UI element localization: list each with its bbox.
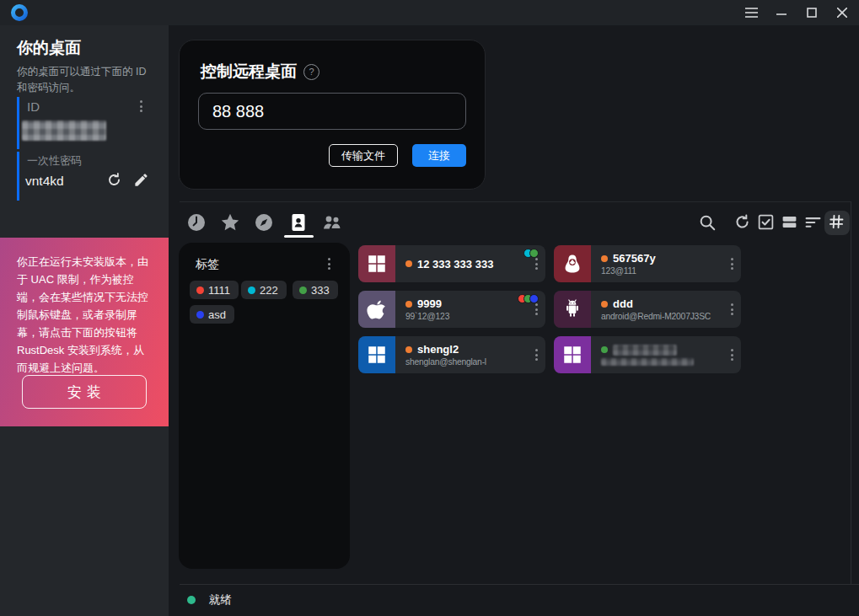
peer-card[interactable]: 12 333 333 333 [358, 245, 545, 282]
maximize-button[interactable] [800, 2, 824, 24]
connection-status-dot [187, 596, 196, 604]
peer-tag-dots [521, 294, 539, 303]
tag-color-dot [196, 287, 204, 294]
refresh-password-icon[interactable] [106, 172, 122, 188]
status-dot [405, 301, 412, 308]
linux-os-icon [554, 245, 591, 282]
id-section: ID [0, 97, 169, 149]
sidebar: 你的桌面 你的桌面可以通过下面的 ID 和密码访问。 ID 一次性密码 vnt4… [0, 25, 169, 616]
tag-chip[interactable]: 333 [293, 281, 338, 299]
tag-color-dot [299, 287, 307, 294]
tab-group[interactable] [322, 212, 342, 233]
scrollbar-track[interactable] [851, 201, 851, 584]
password-section: 一次性密码 vnt4kd [0, 152, 169, 202]
one-time-password-value: vnt4kd [25, 174, 64, 189]
tag-label: 333 [311, 284, 330, 297]
refresh-peers-icon[interactable] [733, 213, 752, 232]
peer-subtitle: 99`12@123 [405, 312, 523, 321]
peer-name: 567567y [613, 252, 656, 265]
active-tab-underline [284, 235, 314, 238]
masked-peer-name [613, 345, 677, 356]
title-bar [0, 0, 859, 25]
your-desktop-title: 你的桌面 [17, 37, 81, 59]
peer-card[interactable] [554, 336, 741, 373]
tag-chip[interactable]: 222 [241, 281, 287, 299]
control-remote-title: 控制远程桌面 [201, 61, 297, 83]
password-accent-bar [17, 152, 19, 201]
status-dot [601, 301, 608, 308]
peer-name: shengl2 [417, 343, 459, 356]
tab-discovered[interactable] [254, 212, 274, 233]
one-time-password-label: 一次性密码 [27, 153, 82, 169]
peer-card[interactable]: 9999 99`12@123 [358, 291, 545, 328]
tags-menu-icon[interactable] [328, 258, 330, 270]
id-label: ID [27, 99, 40, 114]
peer-menu-icon[interactable] [535, 258, 538, 270]
status-divider [180, 584, 859, 585]
connect-button[interactable]: 连接 [412, 144, 466, 167]
close-button[interactable] [830, 2, 854, 24]
install-warning-banner: 你正在运行未安装版本，由于 UAC 限制，作为被控端，会在某些情况下无法控制鼠标… [0, 238, 169, 426]
status-dot [405, 346, 412, 353]
status-bar: 就绪 [187, 592, 232, 608]
android-os-icon [554, 291, 591, 328]
transfer-file-button[interactable]: 传输文件 [329, 144, 398, 167]
peer-subtitle: shenglan@shenglan-l [405, 357, 523, 367]
grid-view-icon[interactable] [828, 213, 846, 232]
tab-recent-sessions[interactable] [186, 212, 207, 233]
tag-chip[interactable]: 1111 [190, 281, 239, 299]
remote-id-input[interactable] [198, 93, 466, 130]
tab-address-book[interactable] [288, 212, 309, 233]
id-accent-bar [17, 97, 19, 149]
tags-title: 标签 [196, 257, 219, 272]
tab-divider [180, 201, 851, 202]
id-menu-icon[interactable] [140, 100, 142, 112]
rustdesk-logo-icon [10, 3, 29, 22]
edit-password-icon[interactable] [133, 172, 149, 188]
masked-peer-subtitle [601, 358, 694, 366]
install-button[interactable]: 安装 [22, 375, 147, 409]
tag-label: 1111 [208, 284, 230, 297]
connection-status-text: 就绪 [209, 592, 232, 608]
tag-chip[interactable]: asd [190, 305, 234, 324]
apple-os-icon [358, 291, 395, 328]
select-peers-icon[interactable] [757, 213, 776, 232]
peer-subtitle: android@Redmi-M2007J3SC [601, 312, 719, 321]
windows-os-icon [358, 245, 395, 282]
status-dot [405, 260, 412, 267]
tab-favorites[interactable] [220, 212, 240, 233]
peer-menu-icon[interactable] [731, 349, 733, 361]
peer-tag-dots [527, 249, 539, 258]
masked-id-value [22, 121, 106, 141]
peer-card[interactable]: ddd android@Redmi-M2007J3SC [554, 291, 741, 328]
sort-icon[interactable] [804, 213, 823, 232]
tags-panel: 标签 1111 222 333 asd [179, 243, 350, 569]
peer-menu-icon[interactable] [535, 349, 538, 361]
tag-label: 222 [260, 284, 278, 297]
menu-icon[interactable] [739, 2, 763, 24]
peer-card[interactable]: 567567y 123@111 [554, 245, 741, 282]
peer-name: 12 333 333 333 [417, 258, 493, 271]
minimize-button[interactable] [770, 2, 793, 24]
windows-os-icon [554, 336, 591, 373]
peer-menu-icon[interactable] [731, 258, 733, 270]
peer-menu-icon[interactable] [731, 303, 733, 315]
tag-color-dot [248, 287, 255, 294]
status-dot [601, 255, 608, 262]
peer-name: 9999 [417, 297, 442, 310]
search-icon[interactable] [698, 213, 717, 232]
tag-label: asd [208, 308, 226, 321]
tag-color-dot [196, 311, 204, 319]
help-icon[interactable]: ? [303, 64, 319, 80]
control-remote-card: 控制远程桌面 ? 传输文件 连接 [179, 40, 486, 190]
desktop-description: 你的桌面可以通过下面的 ID 和密码访问。 [17, 64, 153, 97]
warning-text: 你正在运行未安装版本，由于 UAC 限制，作为被控端，会在某些情况下无法控制鼠标… [17, 253, 152, 377]
windows-os-icon [358, 336, 395, 373]
peer-subtitle: 123@111 [601, 266, 719, 276]
status-dot [601, 346, 608, 353]
peer-card[interactable]: shengl2 shenglan@shenglan-l [358, 336, 545, 373]
main-area: 控制远程桌面 ? 传输文件 连接 [169, 25, 859, 616]
cards-view-icon[interactable] [781, 213, 799, 232]
peer-name: ddd [613, 297, 633, 310]
peer-menu-icon[interactable] [535, 303, 538, 315]
